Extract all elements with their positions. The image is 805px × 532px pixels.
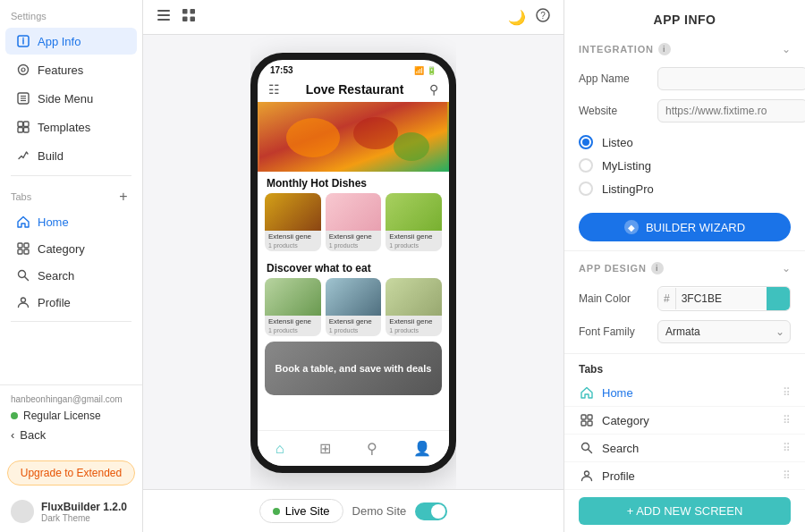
svg-rect-9 bbox=[18, 122, 23, 127]
grid-icon[interactable] bbox=[181, 7, 197, 27]
font-family-row: Font Family Armata ⌄ bbox=[564, 316, 805, 348]
phone-card-label-2: Extensii gene bbox=[326, 231, 382, 242]
radio-listeo[interactable]: Listeo bbox=[579, 131, 791, 154]
license-label: Regular License bbox=[23, 410, 101, 422]
svg-rect-21 bbox=[157, 14, 170, 16]
phone-card-sub-2: 1 products bbox=[326, 242, 382, 251]
sidebar-toggle-icon[interactable] bbox=[156, 7, 172, 27]
brand-text: FluxBuilder 1.2.0 Dark Theme bbox=[41, 501, 127, 523]
app-design-info-icon[interactable]: i bbox=[651, 262, 664, 274]
color-swatch[interactable] bbox=[767, 287, 790, 310]
radio-mylisting-circle bbox=[579, 158, 593, 173]
website-input[interactable] bbox=[657, 99, 805, 122]
right-tab-search[interactable]: Search ⠿ bbox=[564, 435, 805, 462]
right-panel-title: APP INFO bbox=[564, 0, 805, 36]
color-input-group[interactable]: # 3FC1BE bbox=[657, 286, 791, 311]
build-icon bbox=[16, 148, 30, 163]
brand-theme: Dark Theme bbox=[41, 513, 127, 523]
live-site-button[interactable]: Live Site bbox=[259, 499, 343, 523]
radio-mylisting[interactable]: MyListing bbox=[579, 154, 791, 177]
radio-listeo-label: Listeo bbox=[602, 136, 633, 149]
add-new-screen-button[interactable]: + ADD NEW SCREEN bbox=[579, 497, 791, 525]
phone-section-hot-dishes: Monthly Hot Dishes bbox=[258, 172, 449, 193]
phone-discover-row: Extensii gene 1 products Extensii gene 1… bbox=[258, 278, 449, 342]
sidebar-tab-category[interactable]: Category bbox=[5, 236, 137, 261]
svg-rect-33 bbox=[581, 415, 586, 419]
app-name-label: App Name bbox=[579, 72, 650, 85]
upgrade-button[interactable]: Upgrade to Extended bbox=[7, 460, 135, 486]
phone-discover-card-2: Extensii gene 1 products bbox=[326, 278, 382, 336]
svg-rect-23 bbox=[182, 9, 188, 14]
phone-card-img-2 bbox=[326, 193, 382, 231]
phone-discover-label-3: Extensii gene bbox=[386, 316, 442, 327]
tabs-add-button[interactable]: + bbox=[115, 189, 131, 205]
brand-name: FluxBuilder 1.2.0 bbox=[41, 501, 127, 513]
integration-section-header[interactable]: INTEGRATION i ⌄ bbox=[564, 36, 805, 63]
font-select-group[interactable]: Armata ⌄ bbox=[657, 320, 791, 343]
right-tab-profile-label: Profile bbox=[602, 469, 775, 483]
sidebar-item-side-menu[interactable]: Side Menu bbox=[5, 85, 137, 112]
phone-card-label-3: Extensii gene bbox=[386, 231, 442, 242]
website-field-row: Website bbox=[564, 95, 805, 127]
font-family-label: Font Family bbox=[579, 325, 650, 338]
center-toolbar: 🌙 ? bbox=[143, 0, 564, 35]
app-design-chevron-icon: ⌄ bbox=[782, 262, 791, 274]
app-name-input[interactable] bbox=[657, 67, 805, 90]
sidebar-item-features-label: Features bbox=[38, 63, 83, 77]
right-tab-category-icon bbox=[579, 412, 595, 428]
font-value: Armata bbox=[658, 321, 770, 342]
phone-discover-sub-1: 1 products bbox=[265, 327, 321, 336]
phone-discover-sub-3: 1 products bbox=[386, 327, 442, 336]
main-color-row: Main Color # 3FC1BE bbox=[564, 282, 805, 316]
profile-tab-icon bbox=[16, 295, 30, 309]
app-design-section-header[interactable]: APP DESIGN i ⌄ bbox=[564, 255, 805, 282]
right-tab-category-label: Category bbox=[602, 414, 775, 427]
sidebar-tab-home-label: Home bbox=[38, 215, 69, 229]
builder-wizard-button[interactable]: ◆ BUILDER WIZARD bbox=[579, 213, 791, 241]
main-color-label: Main Color bbox=[579, 292, 650, 305]
right-tab-profile[interactable]: Profile ⠿ bbox=[564, 462, 805, 490]
svg-rect-25 bbox=[182, 17, 188, 22]
phone-status-bar: 17:53 📶 🔋 bbox=[258, 60, 449, 79]
sidebar-tab-search[interactable]: Search bbox=[5, 263, 137, 288]
phone-discover-card-1: Extensii gene 1 products bbox=[265, 278, 321, 336]
phone-cards-row: Extensii gene 1 products Extensii gene 1… bbox=[258, 193, 449, 257]
svg-rect-13 bbox=[18, 243, 22, 248]
center-panel: 🌙 ? 17:53 📶 🔋 ☷ Love Restaurant ⚲ bbox=[143, 0, 564, 532]
radio-listingpro[interactable]: ListingPro bbox=[579, 177, 791, 200]
color-hash: # bbox=[658, 288, 676, 309]
app-design-label: APP DESIGN i bbox=[579, 262, 664, 274]
phone-nav-bar: ⌂ ⊞ ⚲ 👤 bbox=[258, 430, 449, 466]
phone-card-3: Extensii gene 1 products bbox=[386, 193, 442, 251]
templates-icon bbox=[16, 120, 30, 134]
radio-listingpro-label: ListingPro bbox=[602, 182, 654, 196]
help-icon[interactable]: ? bbox=[535, 7, 551, 27]
integration-info-icon[interactable]: i bbox=[658, 43, 671, 55]
right-tab-home-icon bbox=[579, 384, 595, 401]
right-tab-search-label: Search bbox=[602, 442, 775, 455]
brand-logo bbox=[11, 500, 34, 523]
svg-rect-26 bbox=[191, 17, 196, 22]
sidebar-tab-home[interactable]: Home bbox=[5, 209, 137, 234]
right-tab-category[interactable]: Category ⠿ bbox=[564, 407, 805, 435]
phone-nav-category-icon: ⊞ bbox=[319, 440, 331, 457]
license-dot bbox=[11, 412, 18, 419]
sidebar-tab-profile[interactable]: Profile bbox=[5, 290, 137, 315]
phone-card-2: Extensii gene 1 products bbox=[326, 193, 382, 251]
phone-time: 17:53 bbox=[270, 65, 293, 75]
site-toggle[interactable] bbox=[415, 502, 447, 520]
right-tab-home[interactable]: Home ⠿ bbox=[564, 379, 805, 407]
radio-listeo-dot bbox=[582, 139, 589, 146]
sidebar-item-templates[interactable]: Templates bbox=[5, 114, 137, 140]
back-button[interactable]: ‹ Back bbox=[11, 426, 131, 444]
user-email: hanbeonhingan@gmail.com bbox=[11, 394, 131, 404]
demo-site-label[interactable]: Demo Site bbox=[352, 504, 407, 518]
svg-rect-34 bbox=[588, 415, 592, 419]
phone-card-label-1: Extensii gene bbox=[265, 231, 321, 242]
sidebar-item-build[interactable]: Build bbox=[5, 142, 137, 169]
sidebar-item-features[interactable]: Features bbox=[5, 56, 137, 83]
svg-point-2 bbox=[22, 38, 24, 39]
sidebar-item-app-info[interactable]: App Info bbox=[5, 28, 137, 55]
moon-icon[interactable]: 🌙 bbox=[508, 9, 526, 26]
tabs-label: Tabs bbox=[11, 191, 31, 202]
